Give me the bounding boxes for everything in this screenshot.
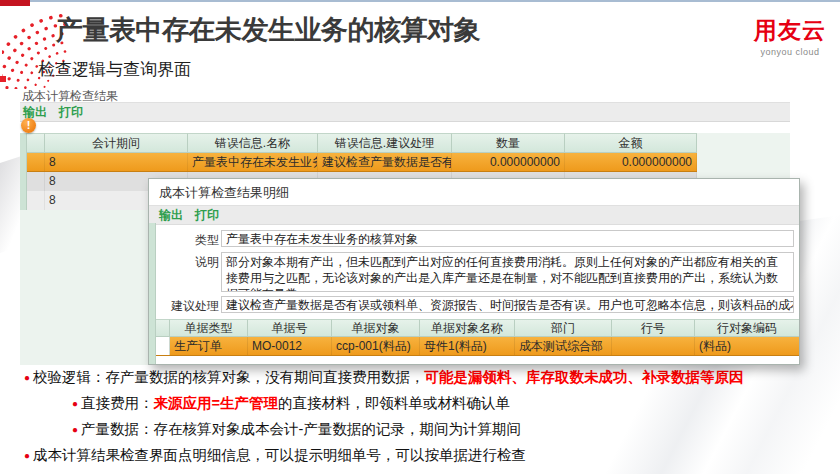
table-cell[interactable]: ccp-001(料品) xyxy=(332,337,420,355)
column-header[interactable]: 单据类型 xyxy=(170,319,248,337)
detail-dialog: 成本计算检查结果明细 输出 打印 类型 产量表中存在未发生业务的核算对象 说明 … xyxy=(148,178,800,365)
note-item: ●校验逻辑：存产量数据的核算对象，没有期间直接费用数据，可能是漏领料、库存取数未… xyxy=(24,368,824,387)
note-text: 直接费用： xyxy=(81,395,154,411)
note-item: ●产量数据：存在核算对象成本会计-产量数据的记录，期间为计算期间 xyxy=(72,420,824,439)
page-title: 产量表中存在未发生业务的核算对象 xyxy=(56,12,480,48)
page-subtitle: 检查逻辑与查询界面 xyxy=(38,58,191,81)
table-cell[interactable]: MO-0012 xyxy=(248,337,332,355)
column-header[interactable]: 单据对象 xyxy=(332,319,420,337)
results-table-header: 会计期间错误信息.名称错误信息.建议处理数量金额 xyxy=(27,133,697,153)
note-item: ●直接费用：来源应用=生产管理的直接材料，即领料单或材料确认单 xyxy=(72,394,824,413)
desc-field-label: 说明 xyxy=(159,254,219,271)
suggest-field-input[interactable]: 建议检查产量数据是否有误或领料单、资源报告、时间报告是否有误。用户也可忽略本信息… xyxy=(221,296,794,313)
column-header[interactable]: 数量 xyxy=(452,133,565,153)
note-text-highlight: 来源应用=生产管理 xyxy=(154,395,278,411)
grid-left-strip xyxy=(20,133,27,210)
table-cell[interactable]: 0.000000000 xyxy=(452,153,565,171)
bullet-icon: ● xyxy=(24,450,30,461)
top-edge-line xyxy=(0,0,840,2)
note-item: ●成本计算结果检查界面点明细信息，可以提示明细单号，可以按单据进行检查 xyxy=(24,446,824,465)
type-field-input[interactable]: 产量表中存在未发生业务的核算对象 xyxy=(221,230,794,247)
row-selector[interactable] xyxy=(27,191,45,210)
row-selector-header xyxy=(156,319,170,337)
annotation-notes: ●校验逻辑：存产量数据的核算对象，没有期间直接费用数据，可能是漏领料、库存取数未… xyxy=(24,368,824,472)
note-text: 的直接材料，即领料单或材料确认单 xyxy=(278,395,510,411)
bullet-icon: ● xyxy=(24,372,30,383)
note-text: 成本计算结果检查界面点明细信息，可以提示明细单号，可以按单据进行检查 xyxy=(33,447,526,463)
column-header[interactable]: 会计期间 xyxy=(45,133,188,153)
detail-print-button[interactable]: 打印 xyxy=(195,207,219,224)
column-header[interactable]: 单据号 xyxy=(248,319,332,337)
results-toolbar: 输出 打印 xyxy=(20,102,790,122)
suggest-field-label: 建议处理 xyxy=(159,298,219,315)
table-cell[interactable]: 建议检查产量数据是否有... xyxy=(318,153,452,171)
detail-export-button[interactable]: 输出 xyxy=(159,207,183,224)
table-cell[interactable] xyxy=(612,337,695,355)
table-cell[interactable]: 成本测试综合部 xyxy=(515,337,612,355)
column-header[interactable]: 单据对象名称 xyxy=(420,319,515,337)
bullet-icon: ● xyxy=(72,398,78,409)
warning-icon[interactable]: ! xyxy=(21,118,36,133)
detail-dialog-title: 成本计算检查结果明细 xyxy=(149,179,799,205)
detail-grid-left-strip xyxy=(149,223,156,364)
table-row[interactable]: 8产量表中存在未发生业务...建议检查产量数据是否有...0.000000000… xyxy=(27,153,697,172)
table-cell[interactable]: 0.000000000 xyxy=(565,153,697,171)
detail-table-row[interactable]: 生产订单MO-0012ccp-001(料品)母件1(料品)成本测试综合部(料品) xyxy=(156,337,800,356)
column-header[interactable]: 行号 xyxy=(612,319,695,337)
row-selector[interactable] xyxy=(27,172,45,191)
row-selector-header xyxy=(27,133,45,153)
row-selector[interactable] xyxy=(156,337,170,355)
logo-cn-text: 用友云 xyxy=(754,15,826,46)
table-cell[interactable]: 母件1(料品) xyxy=(420,337,515,355)
bullet-icon: ● xyxy=(72,424,78,435)
note-text-highlight: 可能是漏领料、库存取数未成功、补录数据等原因 xyxy=(425,369,744,385)
table-cell[interactable]: (料品) xyxy=(695,337,800,355)
row-selector[interactable] xyxy=(27,153,45,171)
note-text: 校验逻辑：存产量数据的核算对象，没有期间直接费用数据， xyxy=(33,369,425,385)
print-button[interactable]: 打印 xyxy=(59,104,83,121)
detail-table-header: 单据类型单据号单据对象单据对象名称部门行号行对象编码 xyxy=(156,319,800,337)
column-header[interactable]: 行对象编码 xyxy=(695,319,800,337)
table-cell[interactable]: 产量表中存在未发生业务... xyxy=(188,153,318,171)
logo-en-text: yonyou cloud xyxy=(754,47,826,57)
slide-canvas: 产量表中存在未发生业务的核算对象 用友云 yonyou cloud 检查逻辑与查… xyxy=(0,0,840,474)
table-cell[interactable]: 8 xyxy=(45,153,188,171)
column-header[interactable]: 错误信息.名称 xyxy=(188,133,318,153)
yonyou-cloud-logo: 用友云 yonyou cloud xyxy=(754,15,826,57)
table-cell[interactable]: 生产订单 xyxy=(170,337,248,355)
desc-field-input[interactable]: 部分对象本期有产出，但未匹配到产出对应的任何直接费用消耗。原则上任何对象的产出都… xyxy=(221,252,794,292)
column-header[interactable]: 错误信息.建议处理 xyxy=(318,133,452,153)
column-header[interactable]: 部门 xyxy=(515,319,612,337)
detail-table-body: 生产订单MO-0012ccp-001(料品)母件1(料品)成本测试综合部(料品) xyxy=(156,337,800,356)
column-header[interactable]: 金额 xyxy=(565,133,697,153)
note-text: 产量数据：存在核算对象成本会计-产量数据的记录，期间为计算期间 xyxy=(81,421,521,437)
type-field-label: 类型 xyxy=(159,232,219,249)
detail-toolbar: 输出 打印 xyxy=(149,205,799,225)
